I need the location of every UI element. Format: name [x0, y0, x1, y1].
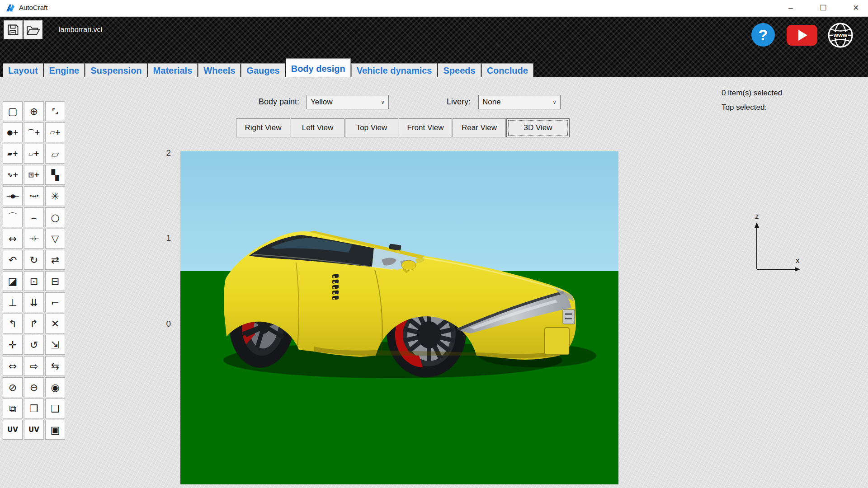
tool-new-file[interactable]: ▢ — [3, 101, 23, 121]
close-button[interactable]: ✕ — [845, 2, 866, 14]
save-icon — [7, 23, 19, 36]
header: lamborrari.vcl ? www LayoutEngineSuspens… — [0, 17, 868, 77]
tool-copy-layout[interactable]: ⧉ — [3, 399, 23, 418]
tool-add-patch[interactable]: ▱+ — [45, 122, 65, 142]
tool-uv-unwrap[interactable]: UV — [3, 420, 23, 440]
tool-scale[interactable]: ⇲ — [45, 335, 65, 355]
tab-materials[interactable]: Materials — [148, 63, 198, 77]
tool-hide-partial[interactable]: ⊖ — [24, 377, 44, 397]
chevron-down-icon: ∨ — [381, 99, 385, 105]
tool-extrude-patch[interactable]: ⊡ — [24, 271, 44, 291]
tool-delete[interactable]: ✕ — [45, 314, 65, 333]
tool-hide[interactable]: ⊘ — [3, 377, 23, 397]
view-button-3d-view[interactable]: 3D View — [506, 118, 570, 137]
polyline-add-icon: ∿+ — [7, 171, 18, 179]
tool-uv-vehicle[interactable]: UV — [24, 420, 44, 440]
livery-value: None — [482, 98, 501, 107]
tool-shear-patch[interactable]: ◪ — [3, 271, 23, 291]
tab-vehicle-dynamics[interactable]: Vehicle dynamics — [351, 63, 438, 77]
body-paint-select[interactable]: Yellow ∨ — [307, 95, 389, 109]
ruler-tick-0: 0 — [157, 319, 171, 329]
youtube-button[interactable] — [787, 25, 817, 46]
tool-arc-tool[interactable]: ⌒ — [3, 207, 23, 227]
tool-spacing-adjust[interactable]: ⇆ — [45, 356, 65, 376]
delete-icon: ✕ — [51, 318, 59, 329]
new-file-icon: ▢ — [8, 106, 18, 117]
tool-redo[interactable]: ↱ — [24, 314, 44, 333]
maximize-button[interactable]: ☐ — [813, 2, 834, 14]
tool-stretch-points[interactable]: ↔ — [3, 229, 23, 249]
split-patch-icon: ▚ — [52, 169, 59, 181]
view-button-left-view[interactable]: Left View — [291, 118, 344, 137]
tab-body-design[interactable]: Body design — [286, 58, 351, 77]
tool-palette: ▢⊕⌜⌟●+⌒+▱+▰+▱+▱∿+⊞+▚→●←•↔•✳⌒⌢○↔→|←▽↶↻⇄◪⊡… — [3, 101, 65, 440]
tab-conclude[interactable]: Conclude — [481, 63, 533, 77]
tool-vertex-pull[interactable]: ▽ — [45, 229, 65, 249]
screenshot-icon: ▣ — [51, 424, 60, 436]
tool-add-vehicle[interactable]: ⊕ — [24, 101, 44, 121]
tool-width-adjust[interactable]: ⇔ — [3, 356, 23, 376]
tab-engine[interactable]: Engine — [44, 63, 85, 77]
view-button-front-view[interactable]: Front View — [399, 118, 452, 137]
website-button[interactable]: www — [827, 22, 854, 48]
tool-patch-subdivide[interactable]: ▱+ — [24, 144, 44, 164]
tab-suspension[interactable]: Suspension — [85, 63, 147, 77]
tool-move[interactable]: ✛ — [3, 335, 23, 355]
tool-show[interactable]: ◉ — [45, 377, 65, 397]
ellipse-patch-icon: ○ — [51, 212, 59, 223]
uv-vehicle-icon: UV — [28, 426, 39, 434]
tool-add-point[interactable]: ●+ — [3, 122, 23, 142]
tool-flip-patch[interactable]: ⇄ — [45, 250, 65, 270]
view-button-top-view[interactable]: Top View — [345, 118, 398, 137]
title-bar: AutoCraft –☐✕ — [0, 0, 868, 17]
open-folder-icon — [26, 23, 40, 36]
save-button[interactable] — [4, 20, 23, 39]
extrude-along-icon: ⇨ — [30, 361, 38, 372]
tool-split-patch[interactable]: ▚ — [45, 165, 65, 185]
open-button[interactable] — [24, 20, 42, 39]
tab-layout[interactable]: Layout — [3, 63, 43, 77]
tool-mirror-link[interactable]: ⊥ — [3, 292, 23, 312]
selection-status: 0 item(s) selected — [722, 89, 782, 98]
hide-icon: ⊘ — [9, 382, 17, 393]
tool-step-extend[interactable]: ⌐ — [45, 292, 65, 312]
patch-subdivide-icon: ▱+ — [28, 150, 39, 158]
tool-patch-insert-point[interactable]: ▰+ — [3, 144, 23, 164]
tool-add-curve[interactable]: ⌒+ — [24, 122, 44, 142]
view-button-rear-view[interactable]: Rear View — [453, 118, 506, 137]
tool-offset-patch[interactable]: ⊟ — [45, 271, 65, 291]
tab-wheels[interactable]: Wheels — [198, 63, 241, 77]
tool-polyline-add[interactable]: ∿+ — [3, 165, 23, 185]
tool-push-down[interactable]: ⇊ — [24, 292, 44, 312]
tool-rotate-patch-right[interactable]: ↻ — [24, 250, 44, 270]
tool-selection-frame[interactable]: ⌜⌟ — [45, 101, 65, 121]
tool-paste-patch[interactable]: ❑ — [45, 399, 65, 418]
ruler-tick-1: 1 — [157, 233, 171, 243]
tool-screenshot[interactable]: ▣ — [45, 420, 65, 440]
minimize-button[interactable]: – — [780, 2, 801, 14]
tool-compress-points[interactable]: →|← — [24, 229, 44, 249]
tool-extrude-along[interactable]: ⇨ — [24, 356, 44, 376]
tool-snap-points[interactable]: →●← — [3, 186, 23, 206]
tool-patch-skew[interactable]: ▱ — [45, 144, 65, 164]
add-patch-icon: ▱+ — [50, 128, 61, 136]
tool-rotate[interactable]: ↺ — [24, 335, 44, 355]
help-button[interactable]: ? — [751, 23, 775, 47]
view-button-right-view[interactable]: Right View — [236, 118, 290, 137]
3d-viewport[interactable] — [180, 151, 618, 484]
tool-spread-points[interactable]: •↔• — [24, 186, 44, 206]
tool-merge-points[interactable]: ✳ — [45, 186, 65, 206]
tab-speeds[interactable]: Speeds — [438, 63, 481, 77]
tool-rotate-patch-left[interactable]: ↶ — [3, 250, 23, 270]
tool-grid-patch[interactable]: ⊞+ — [24, 165, 44, 185]
tool-curve-points[interactable]: ⌢ — [24, 207, 44, 227]
license-plate — [563, 310, 575, 324]
offset-patch-icon: ⊟ — [51, 276, 59, 287]
tool-copy-patch[interactable]: ❐ — [24, 399, 44, 418]
tab-gauges[interactable]: Gauges — [241, 63, 285, 77]
push-down-icon: ⇊ — [30, 297, 38, 308]
add-vehicle-icon: ⊕ — [30, 106, 38, 117]
livery-select[interactable]: None ∨ — [478, 95, 561, 109]
tool-undo[interactable]: ↰ — [3, 314, 23, 333]
tool-ellipse-patch[interactable]: ○ — [45, 207, 65, 227]
